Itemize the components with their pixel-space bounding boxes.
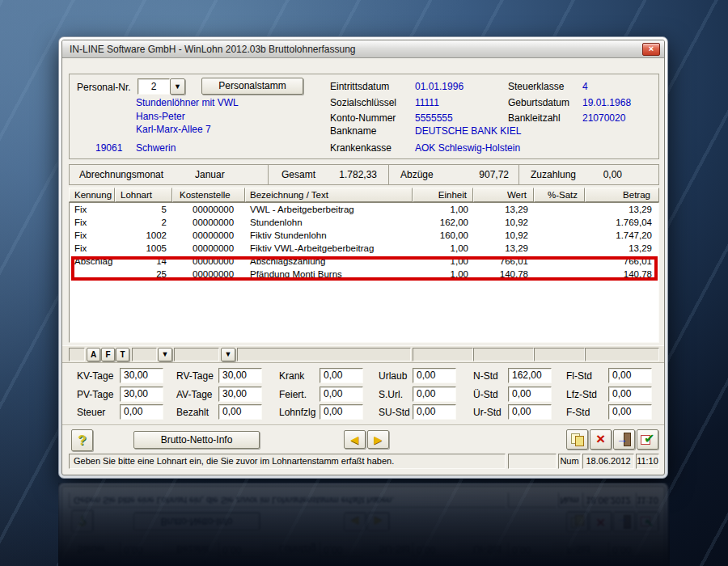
- column-header-einheit: Einheit: [413, 188, 473, 202]
- personal-nr-label: Personal-Nr.: [77, 82, 131, 93]
- toolbar-slot: [413, 348, 473, 361]
- pv-tage-field[interactable]: 30,00: [120, 386, 163, 402]
- records-button[interactable]: [566, 429, 588, 450]
- delete-icon: ×: [596, 430, 605, 447]
- value-krankenkasse: AOK Schleswig-Holstein: [415, 142, 520, 154]
- month-value: Januar: [195, 169, 225, 180]
- table-row[interactable]: Fix 1005 00000000 Fiktiv VWL-Arbeitgeber…: [70, 242, 658, 255]
- cell-wert: 13,29: [474, 243, 535, 253]
- cell-betrag: 13,29: [586, 243, 659, 253]
- feiert-field[interactable]: 0,00: [320, 386, 363, 402]
- value-geburtsdatum: 19.01.1968: [582, 97, 631, 108]
- help-button[interactable]: ?: [71, 429, 93, 451]
- table-row[interactable]: Fix 5 00000000 VWL - Arbeitgeberbeitrag …: [70, 203, 658, 216]
- cell-wert: 10,92: [474, 218, 535, 227]
- steuer-field[interactable]: 0,00: [120, 404, 163, 420]
- toolbar-slot: [473, 348, 534, 361]
- summary-abzuege-cell: Abzüge 907,72: [388, 164, 519, 185]
- window-title: IN-LINE Software GmbH - WinLohn 2012.03b…: [70, 44, 642, 55]
- rv-tage-field[interactable]: 30,00: [218, 368, 262, 383]
- chevron-down-icon: ▼: [174, 82, 181, 91]
- status-time: 11:10: [636, 454, 659, 469]
- gesamt-label: Gesamt: [281, 169, 315, 180]
- window-reflection: IN-LINE Software GmbH - WinLohn 2012.03b…: [58, 483, 670, 566]
- table-row[interactable]: Fix 1002 00000000 Fiktiv Stundenlohn 160…: [70, 229, 658, 242]
- close-button[interactable]: ×: [642, 43, 660, 56]
- column-header-lohnart: Lohnart: [115, 188, 172, 202]
- cell-bezeichnung: Fiktiv VWL-Arbeitgeberbeitrag: [246, 243, 413, 253]
- f-std-field[interactable]: 0,00: [608, 404, 652, 420]
- bezahlt-field[interactable]: 0,00: [218, 404, 262, 420]
- status-message: Geben Sie bitte eine Lohnart ein, die Si…: [69, 454, 506, 469]
- av-tage-label: AV-Tage: [176, 389, 212, 400]
- av-tage-field[interactable]: 30,00: [218, 386, 262, 402]
- kv-tage-field[interactable]: 30,00: [120, 368, 163, 383]
- exit-button[interactable]: →: [613, 429, 635, 450]
- rv-tage-label: RV-Tage: [176, 370, 214, 382]
- cell-kostenstelle: 00000000: [173, 243, 246, 253]
- edit-toolbar: A F T ▼ ▼: [62, 345, 664, 363]
- personal-nr-input[interactable]: 2: [138, 78, 170, 95]
- krank-field[interactable]: 0,00: [320, 368, 363, 383]
- summary-zuzahlung-cell: Zuzahlung 0,00: [518, 164, 659, 185]
- field-label-bankname: Bankname: [330, 125, 376, 137]
- toolbar-slot: [237, 348, 411, 361]
- personalstamm-button[interactable]: Personalstamm: [201, 78, 303, 95]
- prev-record-button[interactable]: ◀: [344, 430, 366, 449]
- ur-std-label: Ur-Std: [473, 407, 502, 418]
- status-spacer: [508, 454, 557, 469]
- employee-street: Karl-Marx-Allee 7: [136, 124, 211, 135]
- s-url-field[interactable]: 0,00: [413, 386, 456, 402]
- chevron-down-icon: ▼: [225, 350, 232, 358]
- lohnart-dropdown-button[interactable]: ▼: [158, 348, 172, 361]
- pv-tage-label: PV-Tage: [77, 389, 113, 400]
- cell-lohnart: 1005: [116, 243, 173, 253]
- field-label-geburtsdatum: Geburtsdatum: [508, 97, 569, 108]
- confirm-button[interactable]: ✔: [637, 429, 658, 450]
- cell-lohnart: 2: [116, 218, 173, 227]
- cell-bezeichnung: Fiktiv Stundenlohn: [246, 230, 413, 240]
- ur-std-field[interactable]: 0,00: [508, 404, 552, 420]
- ue-std-field[interactable]: 0,00: [508, 386, 552, 402]
- lfz-std-label: Lfz-Std: [566, 389, 597, 400]
- cell-kostenstelle: 00000000: [173, 205, 246, 214]
- delete-button[interactable]: ×: [590, 429, 612, 450]
- cell-kennung: Fix: [70, 243, 116, 253]
- column-header-bezeichnung: Bezeichnung / Text: [245, 188, 413, 202]
- status-date: 18.06.2012: [582, 454, 634, 469]
- cell-einheit: 160,00: [413, 230, 474, 240]
- filter-a-button[interactable]: A: [87, 348, 100, 361]
- field-label-eintrittsdatum: Eintrittsdatum: [330, 81, 389, 92]
- su-std-field[interactable]: 0,00: [413, 404, 456, 420]
- n-std-field[interactable]: 162,00: [508, 368, 552, 383]
- cell-lohnart: 5: [116, 205, 173, 214]
- status-num: Num: [558, 454, 581, 469]
- s-url-label: S.Url.: [379, 389, 403, 400]
- toolbar-slot: [132, 348, 157, 361]
- personal-nr-dropdown-button[interactable]: ▼: [170, 78, 185, 95]
- filter-f-button[interactable]: F: [101, 348, 115, 361]
- column-header-betrag: Betrag: [585, 188, 659, 202]
- cell-wert: 10,92: [474, 230, 535, 240]
- abzuege-label: Abzüge: [400, 169, 434, 180]
- fl-std-field[interactable]: 0,00: [608, 368, 652, 383]
- lfz-std-field[interactable]: 0,00: [608, 386, 652, 402]
- table-header-row: Kennung Lohnart Kostenstelle Bezeichnung…: [69, 188, 659, 202]
- kostenstelle-dropdown-button[interactable]: ▼: [221, 348, 235, 361]
- cell-betrag: 13,29: [586, 205, 659, 214]
- gesamt-value: 1.782,33: [339, 169, 388, 180]
- cell-kostenstelle: 00000000: [173, 218, 246, 227]
- urlaub-field[interactable]: 0,00: [413, 368, 456, 383]
- brutto-netto-info-button[interactable]: Brutto-Netto-Info: [133, 431, 260, 449]
- table-row[interactable]: Fix 2 00000000 Stundenlohn 162,00 10,92 …: [70, 216, 658, 229]
- highlight-annotation: [71, 256, 658, 281]
- filter-t-button[interactable]: T: [116, 348, 129, 361]
- title-bar[interactable]: IN-LINE Software GmbH - WinLohn 2012.03b…: [62, 40, 664, 58]
- lohnfzlg-field[interactable]: 0,00: [320, 404, 363, 420]
- field-label-krankenkasse: Krankenkasse: [330, 142, 392, 154]
- next-arrow-icon: ▶: [375, 433, 383, 446]
- f-std-label: F-Std: [566, 407, 590, 418]
- summary-gesamt-cell: Gesamt 1.782,33: [268, 164, 389, 185]
- fl-std-label: Fl-Std: [566, 370, 592, 382]
- next-record-button[interactable]: ▶: [367, 430, 389, 449]
